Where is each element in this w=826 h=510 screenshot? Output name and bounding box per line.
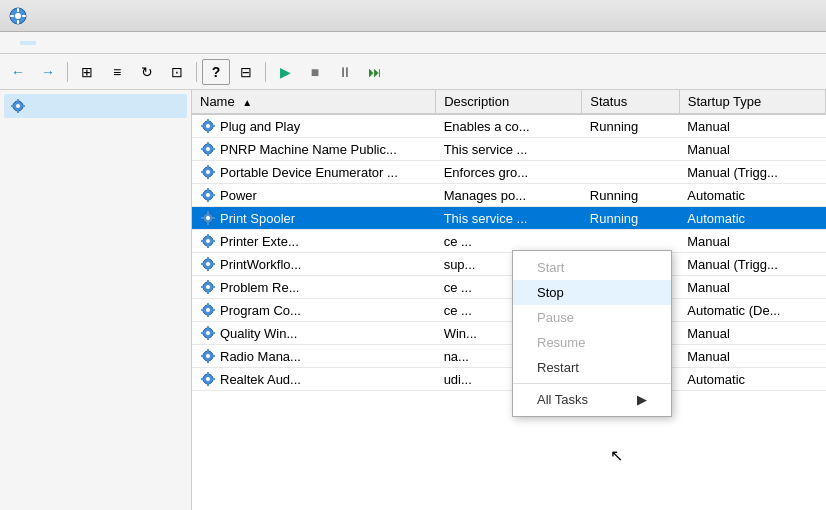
sort-arrow: ▲ xyxy=(242,97,252,108)
svg-rect-83 xyxy=(212,378,215,380)
svg-rect-62 xyxy=(207,303,209,306)
services-table-container: Name ▲ Description Status Startup Type P… xyxy=(192,90,826,510)
cursor: ↖ xyxy=(610,446,623,465)
table-row[interactable]: Printer Exte...ce ...Manual xyxy=(192,230,826,253)
svg-rect-50 xyxy=(207,257,209,260)
table-row[interactable]: Portable Device Enumerator ...Enforces g… xyxy=(192,161,826,184)
svg-rect-76 xyxy=(201,355,204,357)
table-row[interactable]: Print SpoolerThis service ...RunningAuto… xyxy=(192,207,826,230)
svg-rect-64 xyxy=(201,309,204,311)
svg-rect-11 xyxy=(22,105,25,107)
svg-rect-51 xyxy=(207,268,209,271)
svg-rect-34 xyxy=(201,194,204,196)
console-button[interactable]: ⊞ xyxy=(73,59,101,85)
svg-rect-23 xyxy=(212,148,215,150)
svg-rect-81 xyxy=(207,383,209,386)
svg-rect-29 xyxy=(212,171,215,173)
refresh-button[interactable]: ↻ xyxy=(133,59,161,85)
context-menu-item[interactable]: All Tasks▶ xyxy=(513,387,671,412)
svg-rect-3 xyxy=(17,20,19,24)
svg-rect-68 xyxy=(207,326,209,329)
menu-bar xyxy=(0,32,826,54)
toolbar-separator-2 xyxy=(196,62,197,82)
svg-rect-17 xyxy=(212,125,215,127)
table-row[interactable]: Radio Mana...na...RunningManual xyxy=(192,345,826,368)
back-button[interactable]: ← xyxy=(4,59,32,85)
svg-rect-57 xyxy=(207,291,209,294)
title-bar-icon xyxy=(8,6,28,26)
svg-point-43 xyxy=(206,239,210,243)
col-name[interactable]: Name ▲ xyxy=(192,90,436,114)
svg-rect-2 xyxy=(17,8,19,12)
table-row[interactable]: Plug and PlayEnables a co...RunningManua… xyxy=(192,114,826,138)
table-row[interactable]: PNRP Machine Name Public...This service … xyxy=(192,138,826,161)
svg-rect-80 xyxy=(207,372,209,375)
svg-rect-53 xyxy=(212,263,215,265)
svg-point-61 xyxy=(206,308,210,312)
svg-rect-46 xyxy=(201,240,204,242)
toolbar-separator-1 xyxy=(67,62,68,82)
svg-rect-27 xyxy=(207,176,209,179)
main-content: Name ▲ Description Status Startup Type P… xyxy=(0,90,826,510)
table-row[interactable]: PrintWorkflo...sup...Manual (Trigg... xyxy=(192,253,826,276)
svg-rect-21 xyxy=(207,153,209,156)
table-row[interactable]: PowerManages po...RunningAutomatic xyxy=(192,184,826,207)
services-local-item[interactable] xyxy=(4,94,187,118)
svg-rect-4 xyxy=(10,15,14,17)
play-button[interactable]: ▶ xyxy=(271,59,299,85)
svg-rect-59 xyxy=(212,286,215,288)
services-table: Name ▲ Description Status Startup Type P… xyxy=(192,90,826,391)
svg-rect-33 xyxy=(207,199,209,202)
svg-rect-75 xyxy=(207,360,209,363)
new-window-button[interactable]: ⊡ xyxy=(163,59,191,85)
menu-file[interactable] xyxy=(4,41,20,45)
context-menu-item[interactable]: Restart xyxy=(513,355,671,380)
svg-rect-45 xyxy=(207,245,209,248)
menu-view[interactable] xyxy=(36,41,52,45)
table-row[interactable]: Program Co...ce ...RunningAutomatic (De.… xyxy=(192,299,826,322)
svg-rect-22 xyxy=(201,148,204,150)
table-row[interactable]: Quality Win...Win...Manual xyxy=(192,322,826,345)
svg-rect-5 xyxy=(22,15,26,17)
table-row[interactable]: Problem Re...ce ...Manual xyxy=(192,276,826,299)
svg-rect-52 xyxy=(201,263,204,265)
svg-rect-28 xyxy=(201,171,204,173)
menu-action[interactable] xyxy=(20,41,36,45)
svg-rect-15 xyxy=(207,130,209,133)
svg-rect-14 xyxy=(207,119,209,122)
context-menu: StartStopPauseResumeRestartAll Tasks▶ xyxy=(512,250,672,417)
forward-button[interactable]: → xyxy=(34,59,62,85)
context-menu-separator xyxy=(513,383,671,384)
pause-button[interactable]: ⏸ xyxy=(331,59,359,85)
svg-rect-35 xyxy=(212,194,215,196)
svg-rect-71 xyxy=(212,332,215,334)
col-status[interactable]: Status xyxy=(582,90,679,114)
svg-rect-82 xyxy=(201,378,204,380)
title-bar xyxy=(0,0,826,32)
svg-rect-70 xyxy=(201,332,204,334)
table-row[interactable]: Realtek Aud...udi...RunningAutomatic xyxy=(192,368,826,391)
properties-button[interactable]: ⊟ xyxy=(232,59,260,85)
context-menu-item: Start xyxy=(513,255,671,280)
svg-point-25 xyxy=(206,170,210,174)
svg-point-19 xyxy=(206,147,210,151)
svg-rect-44 xyxy=(207,234,209,237)
col-startup[interactable]: Startup Type xyxy=(679,90,825,114)
context-menu-item: Resume xyxy=(513,330,671,355)
svg-rect-56 xyxy=(207,280,209,283)
svg-point-49 xyxy=(206,262,210,266)
svg-rect-47 xyxy=(212,240,215,242)
svg-point-13 xyxy=(206,124,210,128)
help-button[interactable]: ? xyxy=(202,59,230,85)
context-menu-item[interactable]: Stop xyxy=(513,280,671,305)
services-local-icon xyxy=(10,98,26,114)
stop-button[interactable]: ■ xyxy=(301,59,329,85)
svg-point-1 xyxy=(15,13,21,19)
col-description[interactable]: Description xyxy=(436,90,582,114)
svg-rect-41 xyxy=(212,217,215,219)
toolbar-separator-3 xyxy=(265,62,266,82)
svg-rect-39 xyxy=(207,222,209,225)
resume-button[interactable]: ⏭ xyxy=(361,59,389,85)
menu-help[interactable] xyxy=(52,41,68,45)
standard-view-button[interactable]: ≡ xyxy=(103,59,131,85)
